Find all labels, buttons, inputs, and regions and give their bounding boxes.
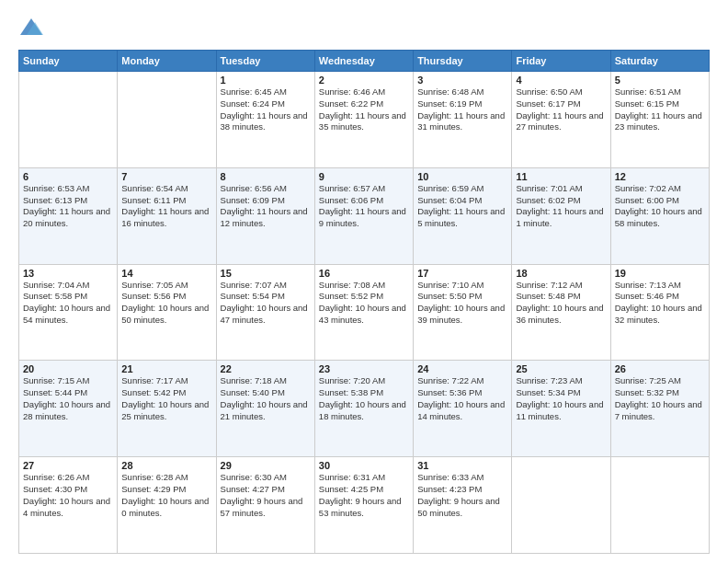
weekday-header-sunday: Sunday bbox=[19, 51, 118, 72]
calendar-cell bbox=[118, 72, 216, 168]
day-info: Sunrise: 6:50 AMSunset: 6:17 PMDaylight:… bbox=[516, 86, 606, 133]
weekday-header-monday: Monday bbox=[118, 51, 216, 72]
calendar-cell: 23Sunrise: 7:20 AMSunset: 5:38 PMDayligh… bbox=[314, 361, 413, 457]
day-info: Sunrise: 7:02 AMSunset: 6:00 PMDaylight:… bbox=[615, 183, 705, 230]
day-number: 24 bbox=[417, 363, 507, 374]
day-info: Sunrise: 6:48 AMSunset: 6:19 PMDaylight:… bbox=[417, 86, 507, 133]
day-info: Sunrise: 6:30 AMSunset: 4:27 PMDaylight:… bbox=[221, 472, 311, 519]
day-info: Sunrise: 6:46 AMSunset: 6:22 PMDaylight:… bbox=[319, 86, 409, 133]
calendar-cell: 20Sunrise: 7:15 AMSunset: 5:44 PMDayligh… bbox=[19, 361, 118, 457]
calendar-cell: 11Sunrise: 7:01 AMSunset: 6:02 PMDayligh… bbox=[512, 167, 610, 264]
day-info: Sunrise: 7:12 AMSunset: 5:48 PMDaylight:… bbox=[516, 280, 606, 327]
calendar-table: SundayMondayTuesdayWednesdayThursdayFrid… bbox=[18, 50, 710, 554]
calendar-week-row: 27Sunrise: 6:26 AMSunset: 4:30 PMDayligh… bbox=[19, 457, 710, 554]
day-info: Sunrise: 6:33 AMSunset: 4:23 PMDaylight:… bbox=[417, 472, 507, 519]
day-number: 7 bbox=[121, 171, 211, 182]
calendar-week-row: 1Sunrise: 6:45 AMSunset: 6:24 PMDaylight… bbox=[19, 72, 710, 168]
day-info: Sunrise: 7:15 AMSunset: 5:44 PMDaylight:… bbox=[23, 375, 113, 422]
calendar-week-row: 20Sunrise: 7:15 AMSunset: 5:44 PMDayligh… bbox=[19, 361, 710, 457]
day-number: 22 bbox=[221, 363, 311, 374]
calendar-cell: 4Sunrise: 6:50 AMSunset: 6:17 PMDaylight… bbox=[512, 72, 610, 168]
calendar-cell: 26Sunrise: 7:25 AMSunset: 5:32 PMDayligh… bbox=[610, 361, 709, 457]
calendar-cell: 1Sunrise: 6:45 AMSunset: 6:24 PMDaylight… bbox=[216, 72, 314, 168]
day-number: 11 bbox=[516, 171, 606, 182]
calendar-cell: 30Sunrise: 6:31 AMSunset: 4:25 PMDayligh… bbox=[314, 457, 413, 554]
calendar-cell: 24Sunrise: 7:22 AMSunset: 5:36 PMDayligh… bbox=[414, 361, 512, 457]
logo bbox=[18, 15, 48, 40]
day-number: 21 bbox=[121, 363, 211, 374]
calendar-cell: 27Sunrise: 6:26 AMSunset: 4:30 PMDayligh… bbox=[19, 457, 118, 554]
day-number: 8 bbox=[221, 171, 311, 182]
day-number: 25 bbox=[516, 363, 606, 374]
calendar-cell: 21Sunrise: 7:17 AMSunset: 5:42 PMDayligh… bbox=[118, 361, 216, 457]
day-number: 26 bbox=[615, 363, 705, 374]
weekday-header-wednesday: Wednesday bbox=[314, 51, 413, 72]
day-number: 10 bbox=[417, 171, 507, 182]
day-number: 6 bbox=[23, 171, 113, 182]
calendar-cell: 12Sunrise: 7:02 AMSunset: 6:00 PMDayligh… bbox=[610, 167, 709, 264]
day-info: Sunrise: 7:22 AMSunset: 5:36 PMDaylight:… bbox=[417, 375, 507, 422]
day-info: Sunrise: 6:28 AMSunset: 4:29 PMDaylight:… bbox=[121, 472, 211, 519]
day-number: 2 bbox=[319, 75, 409, 86]
calendar-cell: 18Sunrise: 7:12 AMSunset: 5:48 PMDayligh… bbox=[512, 264, 610, 361]
day-number: 29 bbox=[221, 460, 311, 471]
day-info: Sunrise: 7:18 AMSunset: 5:40 PMDaylight:… bbox=[221, 375, 311, 422]
day-number: 18 bbox=[516, 268, 606, 279]
day-number: 1 bbox=[221, 75, 311, 86]
calendar-cell: 13Sunrise: 7:04 AMSunset: 5:58 PMDayligh… bbox=[19, 264, 118, 361]
weekday-header-tuesday: Tuesday bbox=[216, 51, 314, 72]
calendar-cell: 19Sunrise: 7:13 AMSunset: 5:46 PMDayligh… bbox=[610, 264, 709, 361]
calendar-cell: 16Sunrise: 7:08 AMSunset: 5:52 PMDayligh… bbox=[314, 264, 413, 361]
day-number: 5 bbox=[615, 75, 705, 86]
day-number: 3 bbox=[417, 75, 507, 86]
header bbox=[18, 15, 710, 40]
day-number: 27 bbox=[23, 460, 113, 471]
calendar-cell: 14Sunrise: 7:05 AMSunset: 5:56 PMDayligh… bbox=[118, 264, 216, 361]
day-info: Sunrise: 6:31 AMSunset: 4:25 PMDaylight:… bbox=[319, 472, 409, 519]
calendar-cell bbox=[610, 457, 709, 554]
day-number: 23 bbox=[319, 363, 409, 374]
logo-icon bbox=[18, 15, 44, 40]
calendar-week-row: 6Sunrise: 6:53 AMSunset: 6:13 PMDaylight… bbox=[19, 167, 710, 264]
day-info: Sunrise: 6:57 AMSunset: 6:06 PMDaylight:… bbox=[319, 183, 409, 230]
calendar-cell: 3Sunrise: 6:48 AMSunset: 6:19 PMDaylight… bbox=[414, 72, 512, 168]
day-info: Sunrise: 7:04 AMSunset: 5:58 PMDaylight:… bbox=[23, 280, 113, 327]
day-number: 15 bbox=[221, 268, 311, 279]
weekday-header-saturday: Saturday bbox=[610, 51, 709, 72]
calendar-cell: 29Sunrise: 6:30 AMSunset: 4:27 PMDayligh… bbox=[216, 457, 314, 554]
calendar-cell: 17Sunrise: 7:10 AMSunset: 5:50 PMDayligh… bbox=[414, 264, 512, 361]
weekday-header-row: SundayMondayTuesdayWednesdayThursdayFrid… bbox=[19, 51, 710, 72]
calendar-cell bbox=[19, 72, 118, 168]
day-info: Sunrise: 7:01 AMSunset: 6:02 PMDaylight:… bbox=[516, 183, 606, 230]
day-info: Sunrise: 7:13 AMSunset: 5:46 PMDaylight:… bbox=[615, 280, 705, 327]
day-info: Sunrise: 7:17 AMSunset: 5:42 PMDaylight:… bbox=[121, 375, 211, 422]
day-info: Sunrise: 7:08 AMSunset: 5:52 PMDaylight:… bbox=[319, 280, 409, 327]
calendar-cell: 2Sunrise: 6:46 AMSunset: 6:22 PMDaylight… bbox=[314, 72, 413, 168]
calendar-cell: 10Sunrise: 6:59 AMSunset: 6:04 PMDayligh… bbox=[414, 167, 512, 264]
calendar-cell: 5Sunrise: 6:51 AMSunset: 6:15 PMDaylight… bbox=[610, 72, 709, 168]
day-number: 19 bbox=[615, 268, 705, 279]
day-info: Sunrise: 7:10 AMSunset: 5:50 PMDaylight:… bbox=[417, 280, 507, 327]
day-number: 13 bbox=[23, 268, 113, 279]
calendar-cell: 25Sunrise: 7:23 AMSunset: 5:34 PMDayligh… bbox=[512, 361, 610, 457]
day-number: 12 bbox=[615, 171, 705, 182]
calendar-cell: 31Sunrise: 6:33 AMSunset: 4:23 PMDayligh… bbox=[414, 457, 512, 554]
day-info: Sunrise: 7:20 AMSunset: 5:38 PMDaylight:… bbox=[319, 375, 409, 422]
day-number: 9 bbox=[319, 171, 409, 182]
calendar-week-row: 13Sunrise: 7:04 AMSunset: 5:58 PMDayligh… bbox=[19, 264, 710, 361]
day-info: Sunrise: 6:26 AMSunset: 4:30 PMDaylight:… bbox=[23, 472, 113, 519]
day-info: Sunrise: 7:25 AMSunset: 5:32 PMDaylight:… bbox=[615, 375, 705, 422]
day-number: 16 bbox=[319, 268, 409, 279]
page: SundayMondayTuesdayWednesdayThursdayFrid… bbox=[0, 0, 728, 563]
day-info: Sunrise: 6:53 AMSunset: 6:13 PMDaylight:… bbox=[23, 183, 113, 230]
calendar-cell: 8Sunrise: 6:56 AMSunset: 6:09 PMDaylight… bbox=[216, 167, 314, 264]
day-number: 28 bbox=[121, 460, 211, 471]
day-number: 14 bbox=[121, 268, 211, 279]
calendar-cell bbox=[512, 457, 610, 554]
weekday-header-friday: Friday bbox=[512, 51, 610, 72]
day-info: Sunrise: 7:07 AMSunset: 5:54 PMDaylight:… bbox=[221, 280, 311, 327]
day-info: Sunrise: 6:54 AMSunset: 6:11 PMDaylight:… bbox=[121, 183, 211, 230]
day-number: 17 bbox=[417, 268, 507, 279]
day-number: 30 bbox=[319, 460, 409, 471]
calendar-cell: 6Sunrise: 6:53 AMSunset: 6:13 PMDaylight… bbox=[19, 167, 118, 264]
